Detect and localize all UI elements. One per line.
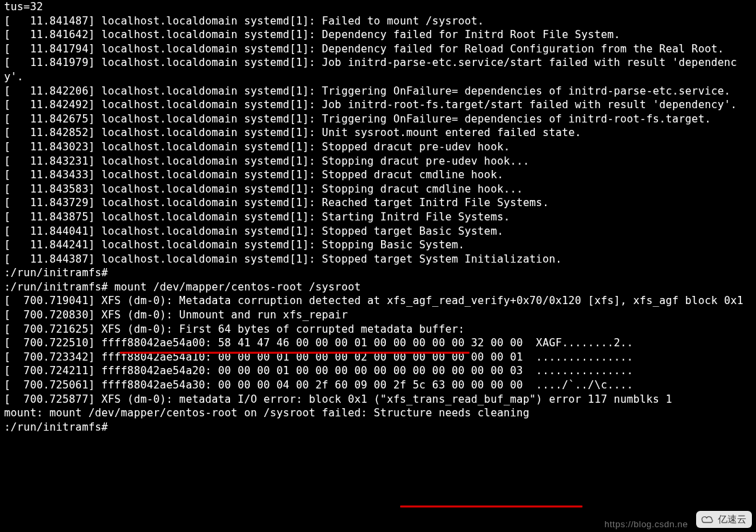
terminal-output[interactable]: tus=32 [ 11.841487] localhost.localdomai… (0, 0, 756, 434)
annotation-underline-1 (120, 352, 470, 354)
watermark-logo-text: 亿速云 (718, 512, 746, 527)
cloud-icon (700, 514, 715, 525)
watermark-logo: 亿速云 (696, 511, 752, 528)
annotation-underline-2 (400, 505, 582, 508)
watermark-url: https://blog.csdn.ne (604, 518, 688, 532)
